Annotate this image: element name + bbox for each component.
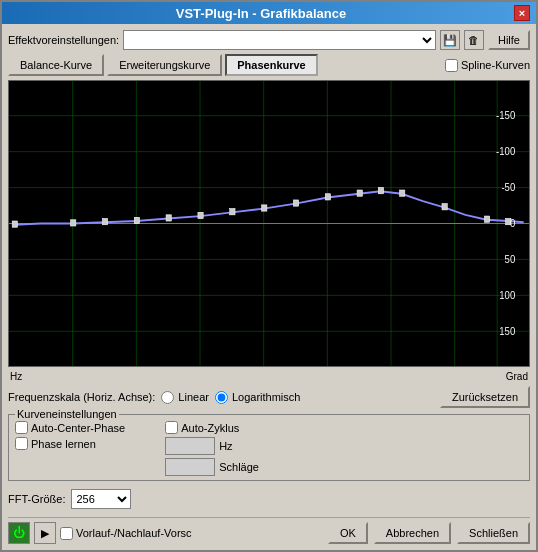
svg-rect-25 xyxy=(325,194,330,200)
log-radio-group: Logarithmisch xyxy=(215,391,300,404)
schlaege-value-input: 0.414 xyxy=(165,458,215,476)
svg-text:50: 50 xyxy=(505,253,516,265)
log-label: Logarithmisch xyxy=(232,391,300,403)
chart-svg: -150 -100 -50 0 50 100 150 xyxy=(9,81,529,366)
close-button[interactable]: × xyxy=(514,5,530,21)
abbrechen-button[interactable]: Abbrechen xyxy=(374,522,451,544)
hz-label: Hz xyxy=(8,371,22,382)
tab-row: Balance-Kurve Erweiterungskurve Phasenku… xyxy=(8,54,530,76)
svg-text:-50: -50 xyxy=(501,182,515,194)
delete-icon[interactable]: 🗑 xyxy=(464,30,484,50)
fft-dropdown[interactable]: 256 64 128 512 1024 xyxy=(71,489,131,509)
svg-rect-23 xyxy=(262,205,267,211)
reset-button[interactable]: Zurücksetzen xyxy=(440,386,530,408)
linear-radio-group: Linear xyxy=(161,391,209,404)
svg-text:100: 100 xyxy=(499,289,515,301)
svg-rect-20 xyxy=(166,215,171,221)
bottom-buttons: ⏻ ▶ Vorlauf-/Nachlauf-Vorsc OK Abbrechen… xyxy=(8,517,530,544)
log-radio[interactable] xyxy=(215,391,228,404)
svg-rect-19 xyxy=(134,217,139,223)
linear-label: Linear xyxy=(178,391,209,403)
schlaege-unit-label: Schläge xyxy=(219,461,259,473)
hz-value-input: 4.83 xyxy=(165,437,215,455)
main-window: VST-Plug-In - Grafikbalance × Effektvore… xyxy=(0,0,538,552)
hz-unit-label: Hz xyxy=(219,440,232,452)
svg-text:-150: -150 xyxy=(496,110,515,122)
save-icon[interactable]: 💾 xyxy=(440,30,460,50)
effekt-label: Effektvoreinstellungen: xyxy=(8,34,119,46)
tab-balance[interactable]: Balance-Kurve xyxy=(8,54,104,76)
title-bar: VST-Plug-In - Grafikbalance × xyxy=(2,2,536,24)
freq-row: Frequenzskala (Horiz. Achse): Linear Log… xyxy=(8,386,530,408)
window-title: VST-Plug-In - Grafikbalance xyxy=(8,6,514,21)
phase-lernen-checkbox[interactable] xyxy=(15,437,28,450)
tab-phasen[interactable]: Phasenkurve xyxy=(225,54,317,76)
vorlauf-check: Vorlauf-/Nachlauf-Vorsc xyxy=(60,527,192,540)
schlaege-row: 0.414 Schläge xyxy=(165,458,259,476)
spline-label: Spline-Kurven xyxy=(461,59,530,71)
svg-rect-30 xyxy=(484,216,489,222)
svg-rect-22 xyxy=(230,209,235,215)
svg-rect-18 xyxy=(102,219,107,225)
fft-label: FFT-Größe: xyxy=(8,493,65,505)
effekt-dropdown[interactable] xyxy=(123,30,436,50)
freq-label: Frequenzskala (Horiz. Achse): xyxy=(8,391,155,403)
kurven-left: Auto-Center-Phase Phase lernen xyxy=(15,421,125,476)
power-button[interactable]: ⏻ xyxy=(8,522,30,544)
phase-lernen-label: Phase lernen xyxy=(31,438,96,450)
kurven-title: Kurveneinstellungen xyxy=(15,408,119,420)
svg-rect-27 xyxy=(378,188,383,194)
tab-erweiterung[interactable]: Erweiterungskurve xyxy=(107,54,222,76)
kurven-inner: Auto-Center-Phase Phase lernen Auto-Zykl… xyxy=(15,421,523,476)
auto-zyklus-label: Auto-Zyklus xyxy=(181,422,239,434)
svg-text:-100: -100 xyxy=(496,146,515,158)
vorlauf-label: Vorlauf-/Nachlauf-Vorsc xyxy=(76,527,192,539)
hz-value-row: 4.83 Hz xyxy=(165,437,259,455)
vorlauf-checkbox[interactable] xyxy=(60,527,73,540)
svg-rect-21 xyxy=(198,212,203,218)
svg-rect-17 xyxy=(71,220,76,226)
auto-center-checkbox[interactable] xyxy=(15,421,28,434)
auto-center-row: Auto-Center-Phase xyxy=(15,421,125,434)
chart-bottom-labels: Hz Grad xyxy=(8,371,530,382)
ok-button[interactable]: OK xyxy=(328,522,368,544)
schliessen-button[interactable]: Schließen xyxy=(457,522,530,544)
effekt-row: Effektvoreinstellungen: 💾 🗑 Hilfe xyxy=(8,30,530,50)
linear-radio[interactable] xyxy=(161,391,174,404)
svg-rect-28 xyxy=(400,190,405,196)
phase-lernen-row: Phase lernen xyxy=(15,437,125,450)
svg-rect-29 xyxy=(442,204,447,210)
svg-rect-16 xyxy=(12,221,17,227)
kurven-group: Kurveneinstellungen Auto-Center-Phase Ph… xyxy=(8,414,530,481)
svg-text:0: 0 xyxy=(510,218,516,230)
auto-center-label: Auto-Center-Phase xyxy=(31,422,125,434)
svg-rect-24 xyxy=(293,200,298,206)
spline-checkbox[interactable] xyxy=(445,59,458,72)
kurven-right: Auto-Zyklus 4.83 Hz 0.414 Schläge xyxy=(165,421,259,476)
fft-row: FFT-Größe: 256 64 128 512 1024 xyxy=(8,489,530,509)
help-button[interactable]: Hilfe xyxy=(488,30,530,50)
svg-text:150: 150 xyxy=(499,325,515,337)
auto-zyklus-row: Auto-Zyklus xyxy=(165,421,259,434)
chart-container: -150 -100 -50 0 50 100 150 xyxy=(8,80,530,367)
svg-rect-26 xyxy=(357,190,362,196)
grad-label: Grad xyxy=(506,371,530,382)
spline-check-row: Spline-Kurven xyxy=(445,59,530,72)
auto-zyklus-checkbox[interactable] xyxy=(165,421,178,434)
play-button[interactable]: ▶ xyxy=(34,522,56,544)
